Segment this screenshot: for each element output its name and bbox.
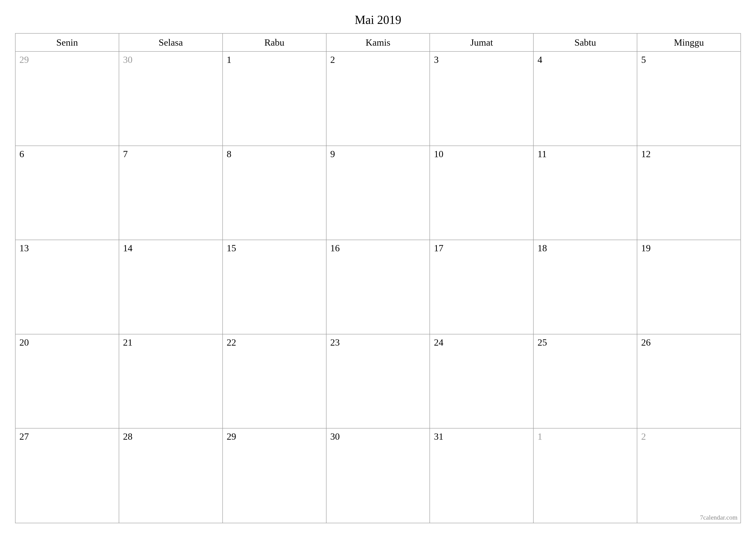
weekday-header: Senin (15, 34, 119, 52)
day-cell: 31 (430, 428, 534, 523)
weekday-header: Rabu (223, 34, 327, 52)
day-cell: 2 (327, 52, 430, 146)
day-cell: 1 (534, 428, 637, 523)
day-cell: 26 (637, 334, 741, 429)
day-cell: 10 (430, 146, 534, 240)
day-cell: 6 (15, 146, 119, 240)
day-cell: 25 (534, 334, 637, 429)
credit-text: 7calendar.com (700, 514, 738, 521)
weekday-header: Minggu (637, 34, 741, 52)
day-cell: 12 (637, 146, 741, 240)
day-cell: 29 (15, 52, 119, 146)
day-cell: 29 (223, 428, 327, 523)
day-cell: 11 (534, 146, 637, 240)
week-row: 29 30 1 2 3 4 5 (15, 52, 741, 146)
day-cell: 22 (223, 334, 327, 429)
day-cell: 3 (430, 52, 534, 146)
weekday-header: Selasa (119, 34, 223, 52)
day-cell: 19 (637, 240, 741, 334)
day-cell: 8 (223, 146, 327, 240)
day-cell: 1 (223, 52, 327, 146)
day-cell: 5 (637, 52, 741, 146)
day-cell: 14 (119, 240, 223, 334)
day-cell: 20 (15, 334, 119, 429)
calendar-grid: Senin Selasa Rabu Kamis Jumat Sabtu Ming… (15, 33, 741, 523)
day-cell: 30 (119, 52, 223, 146)
weekday-header-row: Senin Selasa Rabu Kamis Jumat Sabtu Ming… (15, 34, 741, 52)
day-cell: 23 (327, 334, 430, 429)
day-cell: 16 (327, 240, 430, 334)
day-cell: 18 (534, 240, 637, 334)
day-cell: 4 (534, 52, 637, 146)
week-row: 27 28 29 30 31 1 2 7calendar.com (15, 428, 741, 523)
day-cell: 30 (327, 428, 430, 523)
weekday-header: Sabtu (534, 34, 637, 52)
day-cell: 2 7calendar.com (637, 428, 741, 523)
weekday-header: Kamis (327, 34, 430, 52)
day-cell: 24 (430, 334, 534, 429)
week-row: 13 14 15 16 17 18 19 (15, 240, 741, 334)
week-row: 20 21 22 23 24 25 26 (15, 334, 741, 429)
day-cell: 21 (119, 334, 223, 429)
day-cell: 13 (15, 240, 119, 334)
day-cell: 17 (430, 240, 534, 334)
week-row: 6 7 8 9 10 11 12 (15, 146, 741, 240)
day-cell: 9 (327, 146, 430, 240)
day-cell: 7 (119, 146, 223, 240)
weekday-header: Jumat (430, 34, 534, 52)
calendar-title: Mai 2019 (15, 13, 741, 27)
day-cell: 15 (223, 240, 327, 334)
day-cell: 28 (119, 428, 223, 523)
day-cell: 27 (15, 428, 119, 523)
